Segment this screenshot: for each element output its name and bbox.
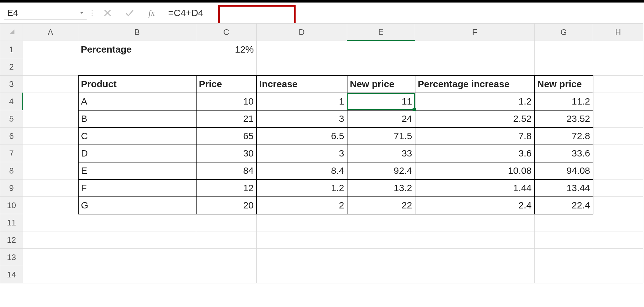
cell-E2[interactable] — [347, 58, 415, 76]
cell-A4[interactable] — [23, 93, 78, 110]
cell-C4[interactable]: 10 — [196, 93, 257, 110]
cell-D14[interactable] — [257, 266, 347, 283]
cell-D12[interactable] — [257, 231, 347, 249]
cell-B4[interactable]: A — [78, 93, 196, 110]
cell-H4[interactable] — [593, 93, 643, 110]
cell-C3[interactable]: Price — [196, 76, 257, 93]
column-header-H[interactable]: H — [593, 24, 643, 41]
cell-H14[interactable] — [593, 266, 643, 283]
cell-A5[interactable] — [23, 110, 78, 128]
cell-E1[interactable] — [347, 41, 415, 58]
column-header-C[interactable]: C — [196, 24, 257, 41]
cell-H5[interactable] — [593, 110, 643, 128]
cell-E4[interactable]: 11 — [347, 93, 415, 110]
spreadsheet-grid[interactable]: ABCDEFGH1Percentage12%23ProductPriceIncr… — [0, 23, 643, 283]
cell-E11[interactable] — [347, 214, 415, 231]
cell-G2[interactable] — [535, 58, 593, 76]
cell-E12[interactable] — [347, 231, 415, 249]
cell-D4[interactable]: 1 — [257, 93, 347, 110]
column-header-G[interactable]: G — [535, 24, 593, 41]
cell-H13[interactable] — [593, 249, 643, 266]
cell-E5[interactable]: 24 — [347, 110, 415, 128]
cell-F10[interactable]: 2.4 — [415, 197, 535, 214]
row-header-8[interactable]: 8 — [0, 162, 23, 179]
column-header-A[interactable]: A — [23, 24, 78, 41]
cell-D6[interactable]: 6.5 — [257, 128, 347, 145]
cell-H1[interactable] — [593, 41, 643, 58]
cell-B8[interactable]: E — [78, 162, 196, 179]
row-header-7[interactable]: 7 — [0, 145, 23, 162]
row-header-2[interactable]: 2 — [0, 58, 23, 76]
cell-B3[interactable]: Product — [78, 76, 196, 93]
cell-C7[interactable]: 30 — [196, 145, 257, 162]
column-header-F[interactable]: F — [415, 24, 535, 41]
cell-G8[interactable]: 94.08 — [535, 162, 593, 179]
row-header-4[interactable]: 4 — [0, 93, 23, 110]
cell-A8[interactable] — [23, 162, 78, 179]
cell-C9[interactable]: 12 — [196, 179, 257, 197]
row-header-13[interactable]: 13 — [0, 249, 23, 266]
cell-B7[interactable]: D — [78, 145, 196, 162]
cell-B13[interactable] — [78, 249, 196, 266]
cell-E10[interactable]: 22 — [347, 197, 415, 214]
cell-A12[interactable] — [23, 231, 78, 249]
row-header-5[interactable]: 5 — [0, 110, 23, 128]
cell-C10[interactable]: 20 — [196, 197, 257, 214]
cell-H7[interactable] — [593, 145, 643, 162]
name-box[interactable]: E4 — [4, 6, 87, 20]
column-header-D[interactable]: D — [257, 24, 347, 41]
cell-G9[interactable]: 13.44 — [535, 179, 593, 197]
dropdown-caret-icon[interactable] — [80, 12, 84, 14]
cell-F5[interactable]: 2.52 — [415, 110, 535, 128]
cell-F3[interactable]: Percentage increase — [415, 76, 535, 93]
cell-C5[interactable]: 21 — [196, 110, 257, 128]
cell-D13[interactable] — [257, 249, 347, 266]
row-header-1[interactable]: 1 — [0, 41, 23, 58]
column-header-E[interactable]: E — [347, 24, 415, 41]
cell-A14[interactable] — [23, 266, 78, 283]
cell-A10[interactable] — [23, 197, 78, 214]
cell-C12[interactable] — [196, 231, 257, 249]
cell-C11[interactable] — [196, 214, 257, 231]
cell-F6[interactable]: 7.8 — [415, 128, 535, 145]
cell-G10[interactable]: 22.4 — [535, 197, 593, 214]
cell-E14[interactable] — [347, 266, 415, 283]
cell-D3[interactable]: Increase — [257, 76, 347, 93]
row-header-10[interactable]: 10 — [0, 197, 23, 214]
cell-E8[interactable]: 92.4 — [347, 162, 415, 179]
cell-B12[interactable] — [78, 231, 196, 249]
cell-G7[interactable]: 33.6 — [535, 145, 593, 162]
formula-input[interactable]: =C4+D4 — [163, 6, 644, 20]
row-header-6[interactable]: 6 — [0, 128, 23, 145]
select-all-corner[interactable] — [0, 24, 23, 41]
cell-E3[interactable]: New price — [347, 76, 415, 93]
row-header-9[interactable]: 9 — [0, 179, 23, 197]
cell-F12[interactable] — [415, 231, 535, 249]
cell-H12[interactable] — [593, 231, 643, 249]
cell-C8[interactable]: 84 — [196, 162, 257, 179]
cell-C14[interactable] — [196, 266, 257, 283]
cell-D7[interactable]: 3 — [257, 145, 347, 162]
cell-H8[interactable] — [593, 162, 643, 179]
cell-E6[interactable]: 71.5 — [347, 128, 415, 145]
cell-A9[interactable] — [23, 179, 78, 197]
insert-function-button[interactable]: fx — [141, 8, 163, 18]
cell-E9[interactable]: 13.2 — [347, 179, 415, 197]
cell-G11[interactable] — [535, 214, 593, 231]
cell-G1[interactable] — [535, 41, 593, 58]
cell-F7[interactable]: 3.6 — [415, 145, 535, 162]
cell-B2[interactable] — [78, 58, 196, 76]
cell-H6[interactable] — [593, 128, 643, 145]
cell-D8[interactable]: 8.4 — [257, 162, 347, 179]
row-header-12[interactable]: 12 — [0, 231, 23, 249]
cell-H9[interactable] — [593, 179, 643, 197]
cell-A1[interactable] — [23, 41, 78, 58]
cell-B1[interactable]: Percentage — [78, 41, 196, 58]
cell-C1[interactable]: 12% — [196, 41, 257, 58]
cell-D5[interactable]: 3 — [257, 110, 347, 128]
cell-C6[interactable]: 65 — [196, 128, 257, 145]
cell-D9[interactable]: 1.2 — [257, 179, 347, 197]
cell-G4[interactable]: 11.2 — [535, 93, 593, 110]
cell-A6[interactable] — [23, 128, 78, 145]
cell-B6[interactable]: C — [78, 128, 196, 145]
